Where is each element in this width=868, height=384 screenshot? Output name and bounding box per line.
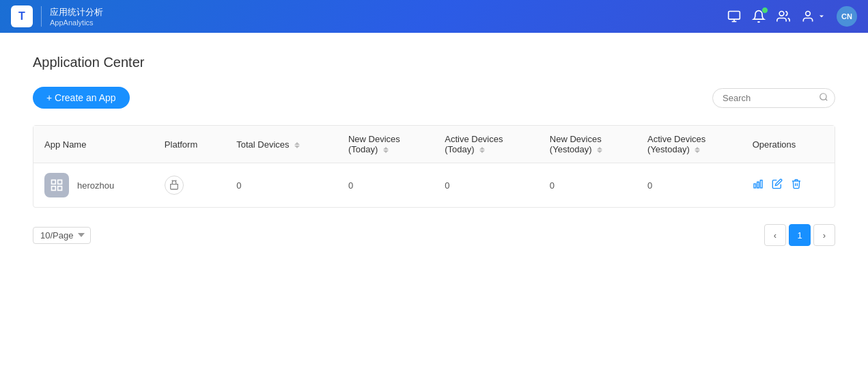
toolbar: + Create an App (33, 87, 835, 109)
logo: T (11, 5, 33, 27)
pagination-bar: 10/Page 20/Page 50/Page ‹ 1 › (33, 224, 835, 246)
app-name-text: herozhou (77, 180, 114, 191)
header-title-group: 应用统计分析 AppAnalytics (41, 6, 103, 27)
col-operations: Operations (742, 126, 835, 163)
app-icon (44, 173, 69, 197)
android-icon (165, 176, 184, 195)
next-page-button[interactable]: › (813, 224, 835, 246)
col-active-devices-today[interactable]: Active Devices(Today) (434, 126, 539, 163)
app-title-en: AppAnalytics (50, 18, 103, 27)
svg-rect-14 (757, 182, 759, 188)
svg-point-5 (820, 93, 826, 99)
sort-icon-new-yesterday (597, 147, 602, 153)
svg-rect-10 (52, 187, 56, 191)
cell-platform (154, 163, 225, 208)
app-header: T 应用统计分析 AppAnalytics (0, 0, 868, 33)
cell-active-devices-yesterday: 0 (636, 163, 742, 208)
search-box (712, 88, 835, 108)
svg-rect-15 (760, 180, 762, 188)
col-active-devices-yesterday[interactable]: Active Devices(Yestoday) (636, 126, 742, 163)
monitor-icon[interactable] (727, 10, 741, 23)
header-left: T 应用统计分析 AppAnalytics (11, 5, 103, 27)
main-content: Application Center + Create an App App N… (0, 33, 868, 384)
users-icon[interactable] (776, 10, 790, 23)
notification-badge (761, 7, 768, 14)
chart-icon[interactable] (753, 178, 764, 192)
svg-line-12 (176, 180, 176, 181)
svg-rect-13 (754, 184, 756, 188)
header-right: CN (727, 6, 857, 27)
search-input[interactable] (712, 88, 835, 108)
col-total-devices[interactable]: Total Devices (225, 126, 337, 163)
svg-rect-7 (52, 180, 56, 184)
cell-operations (742, 163, 835, 208)
prev-page-button[interactable]: ‹ (764, 224, 786, 246)
svg-rect-8 (58, 180, 62, 184)
col-app-name: App Name (33, 126, 154, 163)
page-title: Application Center (33, 55, 835, 70)
notification-icon[interactable] (752, 10, 766, 23)
search-icon[interactable] (819, 92, 828, 104)
svg-rect-9 (58, 187, 62, 191)
svg-line-11 (172, 180, 173, 181)
sort-icon-active-yesterday (695, 147, 700, 153)
page-size-select[interactable]: 10/Page 20/Page 50/Page (33, 227, 91, 244)
col-platform: Platform (154, 126, 225, 163)
avatar[interactable]: CN (837, 6, 857, 27)
col-new-devices-yesterday[interactable]: New Devices(Yestoday) (539, 126, 636, 163)
page-1-button[interactable]: 1 (789, 224, 811, 246)
svg-point-4 (806, 12, 811, 16)
svg-rect-0 (729, 12, 740, 20)
page-size-wrapper: 10/Page 20/Page 50/Page (33, 227, 91, 244)
col-new-devices-today[interactable]: New Devices(Today) (337, 126, 434, 163)
app-table: App Name Platform Total Devices New Devi… (33, 126, 835, 207)
cell-app-name: herozhou (33, 163, 154, 208)
app-table-container: App Name Platform Total Devices New Devi… (33, 125, 835, 208)
avatar-initials: CN (841, 12, 852, 20)
sort-icon-total-devices (294, 142, 300, 148)
edit-icon[interactable] (772, 178, 783, 192)
user-menu[interactable] (801, 10, 826, 23)
pagination-buttons: ‹ 1 › (764, 224, 835, 246)
svg-point-3 (779, 12, 784, 16)
sort-icon-new-today (383, 147, 389, 153)
table-row: herozhou 0 0 0 0 0 (33, 163, 835, 208)
cell-new-devices-yesterday: 0 (539, 163, 636, 208)
app-title-cn: 应用统计分析 (50, 6, 103, 18)
svg-line-6 (826, 98, 828, 100)
logo-text: T (18, 10, 25, 23)
cell-total-devices: 0 (225, 163, 337, 208)
delete-icon[interactable] (791, 178, 802, 192)
cell-active-devices-today: 0 (434, 163, 539, 208)
create-app-label: + Create an App (46, 92, 116, 103)
sort-icon-active-today (479, 147, 485, 153)
table-header-row: App Name Platform Total Devices New Devi… (33, 126, 835, 163)
create-app-button[interactable]: + Create an App (33, 87, 130, 109)
cell-new-devices-today: 0 (337, 163, 434, 208)
